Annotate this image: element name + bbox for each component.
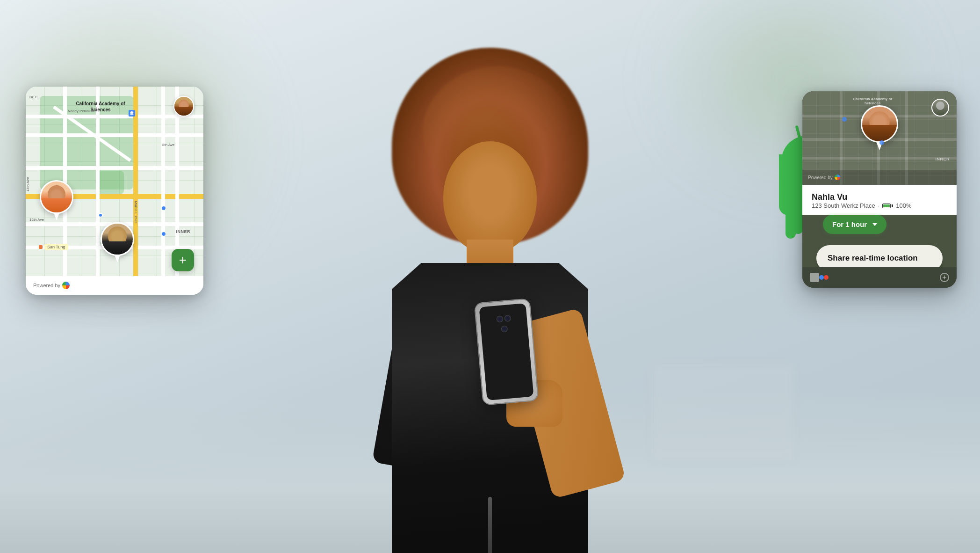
person-body	[326, 38, 654, 553]
phone-camera	[494, 314, 514, 334]
right-dot-1	[842, 117, 847, 122]
user-name: Nahla Vu	[812, 192, 947, 202]
nav-dot-blue	[819, 275, 824, 280]
right-share-card: California Academy of Sciences INNER Pow…	[802, 91, 957, 288]
battery-indicator	[882, 204, 893, 208]
cam-lens-3	[501, 325, 508, 332]
android-leg-left	[793, 211, 803, 234]
road-v-2	[96, 87, 100, 295]
add-location-button[interactable]: +	[172, 249, 194, 271]
location-separator: ·	[878, 202, 880, 209]
avatar-small-left	[173, 96, 194, 116]
restaurant-icon	[39, 245, 43, 249]
for-hour-label: For 1 hour	[832, 220, 867, 228]
nav-add-icon[interactable]: +	[940, 273, 949, 282]
museum-icon: 🏛	[129, 110, 135, 116]
map-dot-2	[161, 232, 166, 236]
right-card-bottom-nav: +	[802, 267, 957, 288]
right-dot-2	[879, 140, 884, 145]
left-map-card: California Academy of Sciences 🏛 Dr. E N…	[26, 87, 203, 295]
street-8th: 8th Ave	[162, 143, 175, 147]
avatar-pin-male	[101, 222, 134, 262]
right-card-info: Nahla Vu 123 South Werkz Place · 100%	[802, 185, 957, 215]
inner-label-left: INNER	[176, 229, 190, 234]
google-maps-logo-left	[62, 282, 70, 289]
person-container	[280, 0, 700, 553]
road-v-3	[161, 87, 165, 295]
battery-fill	[883, 204, 890, 207]
battery-percent: 100%	[896, 202, 911, 209]
right-map-area: California Academy of Sciences INNER Pow…	[802, 91, 957, 185]
right-small-avatar	[931, 99, 949, 116]
battery-tip	[892, 204, 893, 207]
street-14th: 14th Ave	[26, 177, 30, 192]
chevron-down-icon	[872, 223, 877, 226]
powered-by-text-left: Powered by	[33, 283, 60, 288]
battery-body	[882, 204, 891, 208]
avatar-pin-female	[40, 180, 73, 220]
street-nancy: Nancy Pelosi Dr	[68, 109, 94, 113]
nav-dot-red	[824, 275, 829, 280]
street-dr-e: Dr. E	[29, 95, 38, 99]
street-martin: Martin Luther	[134, 201, 138, 223]
right-powered-bar: Powered by	[802, 170, 957, 185]
inner-label-right: INNER	[935, 157, 950, 161]
for-hour-container: For 1 hour	[802, 215, 957, 240]
avatar-male-circle	[101, 222, 134, 256]
right-academy-label: California Academy of Sciences	[849, 97, 896, 105]
cam-lens-2	[504, 315, 511, 322]
avatar-male-pointer	[115, 255, 120, 262]
right-powered-text: Powered by	[808, 175, 833, 180]
for-hour-button[interactable]: For 1 hour	[823, 215, 886, 234]
share-location-label: Share real-time location	[828, 254, 918, 262]
zipper	[488, 497, 492, 553]
plus-icon: +	[179, 254, 187, 267]
phone-in-hand	[474, 298, 539, 406]
cam-lens-1	[496, 316, 503, 323]
face	[443, 141, 537, 254]
map-dot-3	[161, 206, 166, 211]
phone-screen	[479, 303, 533, 400]
san-tung-label: San Tung	[44, 244, 68, 250]
right-avatar-circle	[861, 105, 898, 143]
nav-icon-1[interactable]	[810, 273, 819, 282]
user-location-row: 123 South Werkz Place · 100%	[812, 202, 947, 209]
right-gmaps-logo	[835, 175, 840, 180]
map-dot-1	[98, 213, 103, 218]
road-v-major	[133, 87, 138, 295]
avatar-female-pointer	[54, 213, 59, 220]
avatar-female-circle	[40, 180, 73, 214]
user-address: 123 South Werkz Place	[812, 202, 875, 209]
park-area-2	[96, 171, 124, 194]
powered-by-bar-left: Powered by	[26, 276, 203, 295]
map-area: California Academy of Sciences 🏛 Dr. E N…	[26, 87, 203, 295]
